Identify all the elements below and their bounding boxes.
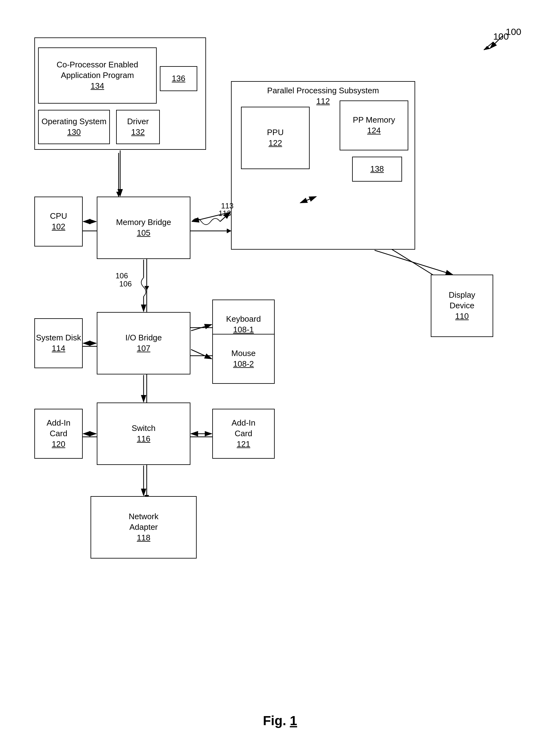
driver-number: 132 — [131, 127, 145, 137]
switch-number: 116 — [137, 434, 150, 444]
box-138-number: 138 — [370, 164, 384, 175]
ref-100: 100 — [493, 31, 509, 42]
add-in-card-120-box: Add-InCard 120 — [34, 409, 83, 459]
box-138: 138 — [352, 157, 402, 182]
wavy-106 — [142, 278, 146, 297]
keyboard-number: 108-1 — [233, 325, 254, 335]
keyboard-label: Keyboard — [226, 314, 261, 325]
os-label: Operating System — [42, 117, 106, 127]
memory-bridge-number: 105 — [137, 228, 150, 238]
switch-box: Switch 116 — [97, 403, 190, 465]
driver-label: Driver — [127, 117, 149, 127]
co-processor-number: 134 — [91, 81, 104, 92]
display-device-label: DisplayDevice — [449, 290, 475, 311]
display-device-number: 110 — [455, 311, 468, 322]
io-bridge-number: 107 — [137, 343, 150, 354]
svg-marker-8 — [227, 229, 231, 233]
svg-marker-16 — [145, 286, 149, 290]
mouse-label: Mouse — [231, 348, 256, 359]
operating-system-box: Operating System 130 — [38, 110, 110, 144]
pp-memory-number: 124 — [367, 125, 381, 136]
parallel-processing-box: Parallel Processing Subsystem 112 PPU 12… — [231, 81, 415, 250]
switch-label: Switch — [132, 423, 156, 434]
network-adapter-number: 118 — [137, 533, 150, 543]
cpu-box: CPU 102 — [34, 197, 83, 247]
fig-number: 1 — [290, 713, 297, 728]
system-memory-box: System Memory 104 Co-Processor EnabledAp… — [34, 37, 206, 150]
driver-box: Driver 132 — [116, 110, 160, 144]
svg-marker-3 — [117, 192, 121, 197]
co-processor-label: Co-Processor EnabledApplication Program — [56, 59, 138, 81]
label-113: 113 — [219, 209, 231, 218]
ppu-number: 122 — [269, 138, 282, 149]
svg-line-0 — [484, 42, 493, 50]
io-mouse-arrow — [191, 350, 212, 359]
os-number: 130 — [67, 127, 80, 137]
add-in-card-121-label: Add-InCard — [232, 418, 256, 439]
ppu-label: PPU — [267, 127, 283, 138]
mouse-number: 108-2 — [233, 359, 254, 369]
system-disk-label: System Disk — [36, 333, 81, 343]
cpu-label: CPU — [50, 211, 67, 222]
pps-display-arrow — [375, 250, 453, 275]
system-disk-box: System Disk 114 — [34, 318, 83, 368]
box-136-number: 136 — [172, 73, 185, 84]
memory-bridge-label: Memory Bridge — [116, 217, 171, 228]
label-106-text: 106 — [119, 280, 132, 288]
ppu-box: PPU 122 — [241, 107, 310, 169]
display-device-box: DisplayDevice 110 — [431, 275, 493, 337]
network-adapter-box: NetworkAdapter 118 — [91, 496, 197, 559]
io-keyboard-arrow — [191, 325, 212, 331]
network-adapter-label: NetworkAdapter — [129, 511, 158, 533]
label-106: 106 — [116, 272, 128, 280]
wavy-113 — [192, 218, 220, 225]
system-disk-number: 114 — [52, 343, 65, 354]
figure-label: Fig. 1 — [263, 713, 297, 728]
cpu-number: 102 — [52, 222, 65, 232]
fig-text: Fig. 1 — [263, 713, 297, 728]
pp-memory-label: PP Memory — [353, 115, 395, 125]
add-in-card-121-box: Add-InCard 121 — [212, 409, 275, 459]
pp-memory-box: PP Memory 124 — [340, 101, 408, 150]
diagram: 100 — [19, 19, 540, 705]
box-136: 136 — [160, 66, 197, 91]
io-bridge-box: I/O Bridge 107 — [97, 312, 190, 375]
pps-label: Parallel Processing Subsystem — [232, 85, 414, 96]
mouse-box: Mouse 108-2 — [212, 334, 275, 384]
add-in-card-120-label: Add-InCard — [47, 418, 71, 439]
add-in-card-121-number: 121 — [237, 439, 250, 449]
ref-100-number: 100 — [493, 31, 509, 42]
co-processor-box: Co-Processor EnabledApplication Program … — [38, 47, 157, 104]
io-bridge-label: I/O Bridge — [125, 333, 162, 343]
memory-bridge-box: Memory Bridge 105 — [97, 197, 190, 259]
svg-marker-1 — [484, 46, 490, 50]
add-in-card-120-number: 120 — [52, 439, 65, 449]
